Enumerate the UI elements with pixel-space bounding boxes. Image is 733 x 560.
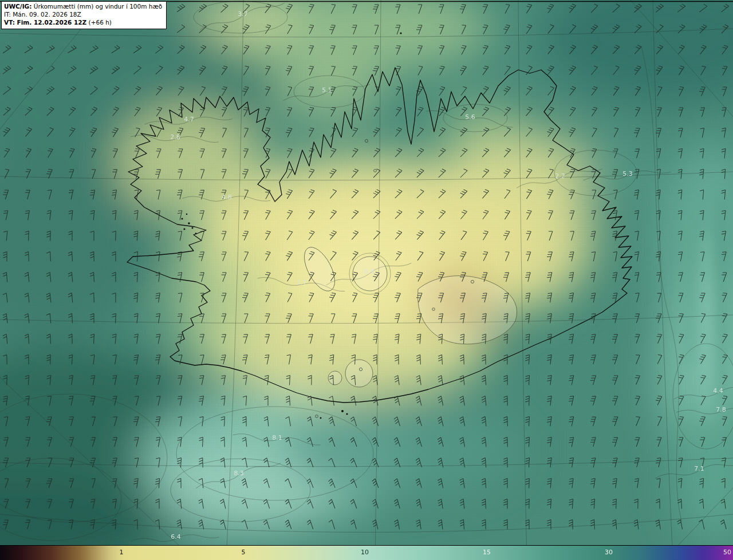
contour-label: 2.8 xyxy=(170,133,180,141)
contour-label: 4.7 xyxy=(184,116,194,123)
colorbar-tick-label: 10 xyxy=(361,549,369,556)
colorbar-tick-label: 30 xyxy=(605,549,613,556)
colorbar-tick-label: 5 xyxy=(242,549,246,556)
weather-map-page: 3.75.14.72.85.62.25.34.81.70.94.47.88.18… xyxy=(0,0,733,560)
model-label: UWC/IG: xyxy=(4,3,31,10)
colorbar-tick-label: 1 xyxy=(120,549,124,556)
valid-time-bold: VT: Fim. 12.02.2026 12Z xyxy=(4,19,86,26)
valid-time-suffix: (+66 h) xyxy=(86,19,112,26)
contour-label: 4.4 xyxy=(713,387,723,395)
title-line: UWC/IG: Úrkomumætti (mm) og vindur í 100… xyxy=(4,3,162,11)
contour-label: 6.4 xyxy=(171,533,181,541)
colorbar-tick-label: 15 xyxy=(483,549,491,556)
colorbar: 1510153050 xyxy=(0,545,733,560)
contour-label: 7.1 xyxy=(694,465,704,472)
init-time-line: IT: Mán. 09. 02. 2026 18Z xyxy=(4,11,162,19)
colorbar-tick-label: 50 xyxy=(723,549,731,556)
contour-label: 1.7 xyxy=(297,279,307,286)
contour-label: 7.8 xyxy=(716,406,726,413)
map-title: Úrkomumætti (mm) og vindur í 100m hæð xyxy=(31,3,162,10)
contour-label: 8.3 xyxy=(234,470,244,477)
contour-label: 8.1 xyxy=(272,434,282,441)
title-box: UWC/IG: Úrkomumætti (mm) og vindur í 100… xyxy=(1,1,167,29)
valid-time-line: VT: Fim. 12.02.2026 12Z (+66 h) xyxy=(4,19,162,27)
precipitation-wind-map: 3.75.14.72.85.62.25.34.81.70.94.47.88.18… xyxy=(0,0,733,560)
contour-label: 0.9 xyxy=(364,268,375,275)
contour-label: 2.2 xyxy=(555,172,565,180)
contour-label: 5.1 xyxy=(322,86,332,94)
contour-label: 3.7 xyxy=(238,10,248,18)
contour-label: 5.3 xyxy=(622,170,633,178)
contour-label: 4.8 xyxy=(222,194,232,201)
contour-label: 5.6 xyxy=(465,113,475,121)
